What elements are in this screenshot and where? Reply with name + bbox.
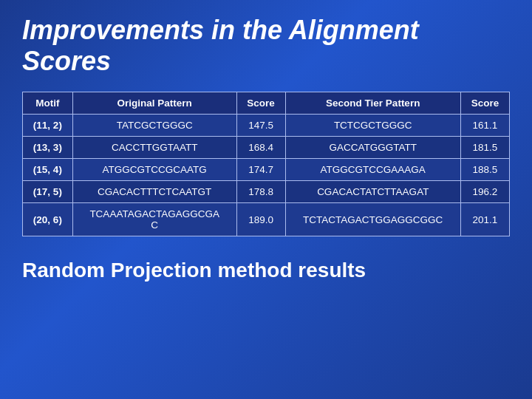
page-title: Improvements in the Alignment Scores bbox=[22, 15, 510, 77]
cell-3-2: 178.8 bbox=[236, 181, 285, 203]
cell-1-4: 181.5 bbox=[460, 137, 509, 159]
cell-0-3: TCTCGCTGGGC bbox=[285, 115, 460, 137]
cell-4-1: TCAAATAGACTAGAGGCGAC bbox=[72, 203, 236, 236]
cell-4-3: TCTACTAGACTGGAGGCGGC bbox=[285, 203, 460, 236]
cell-4-0: (20, 6) bbox=[23, 203, 73, 236]
cell-0-4: 161.1 bbox=[460, 115, 509, 137]
cell-2-3: ATGGCGTCCGAAAGA bbox=[285, 159, 460, 181]
table-row: (13, 3)CACCTTGGTAATT168.4GACCATGGGTATT18… bbox=[23, 137, 510, 159]
data-table: Motif Original Pattern Score Second Tier… bbox=[22, 92, 510, 236]
table-row: (15, 4)ATGGCGTCCGCAATG174.7ATGGCGTCCGAAA… bbox=[23, 159, 510, 181]
cell-4-2: 189.0 bbox=[236, 203, 285, 236]
cell-3-0: (17, 5) bbox=[23, 181, 73, 203]
cell-0-2: 147.5 bbox=[236, 115, 285, 137]
cell-4-4: 201.1 bbox=[460, 203, 509, 236]
table-row: (11, 2)TATCGCTGGGC147.5TCTCGCTGGGC161.1 bbox=[23, 115, 510, 137]
cell-3-3: CGACACTATCTTAAGAT bbox=[285, 181, 460, 203]
cell-1-0: (13, 3) bbox=[23, 137, 73, 159]
cell-1-2: 168.4 bbox=[236, 137, 285, 159]
cell-2-0: (15, 4) bbox=[23, 159, 73, 181]
col-header-original-pattern: Original Pattern bbox=[72, 92, 236, 115]
cell-1-1: CACCTTGGTAATT bbox=[72, 137, 236, 159]
cell-2-2: 174.7 bbox=[236, 159, 285, 181]
table-row: (17, 5)CGACACTTTCTCAATGT178.8CGACACTATCT… bbox=[23, 181, 510, 203]
cell-0-1: TATCGCTGGGC bbox=[72, 115, 236, 137]
cell-2-1: ATGGCGTCCGCAATG bbox=[72, 159, 236, 181]
cell-0-0: (11, 2) bbox=[23, 115, 73, 137]
cell-2-4: 188.5 bbox=[460, 159, 509, 181]
col-header-motif: Motif bbox=[23, 92, 73, 115]
col-header-second-tier-pattern: Second Tier Pattern bbox=[285, 92, 460, 115]
footer-text: Random Projection method results bbox=[22, 259, 510, 282]
cell-3-4: 196.2 bbox=[460, 181, 509, 203]
table-row: (20, 6)TCAAATAGACTAGAGGCGAC189.0TCTACTAG… bbox=[23, 203, 510, 236]
cell-3-1: CGACACTTTCTCAATGT bbox=[72, 181, 236, 203]
col-header-score1: Score bbox=[236, 92, 285, 115]
col-header-score2: Score bbox=[460, 92, 509, 115]
cell-1-3: GACCATGGGTATT bbox=[285, 137, 460, 159]
